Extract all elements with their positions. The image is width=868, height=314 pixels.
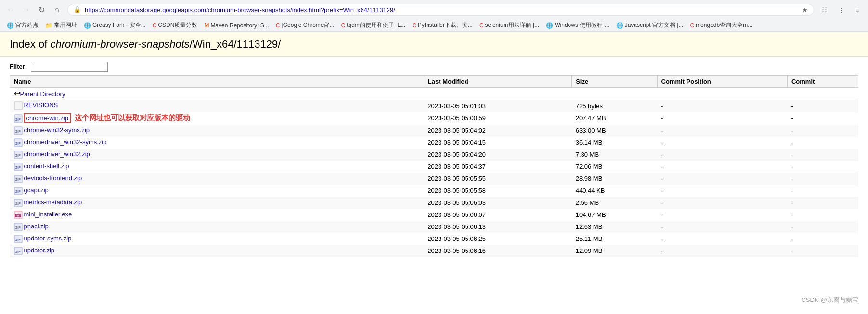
table-row: ZIPchromedriver_win32.zip 2023-03-05 05:… [10,149,858,161]
bookmark-changyong[interactable]: 📁 常用网址 [42,20,80,30]
table-row: ZIPupdater.zip 2023-03-05 05:06:16 12.09… [10,245,858,257]
zip-icon: ZIP [14,151,23,159]
commit-pos-cell: - [657,112,787,125]
file-link[interactable]: updater-syms.zip [24,235,72,242]
bookmark-greasyfork[interactable]: 🌐 Greasy Fork - 安全... [81,20,149,30]
commit-cell: - [787,185,858,197]
modified-cell: 2023-03-05 05:06:25 [424,233,571,245]
svg-text:ZIP: ZIP [15,226,21,229]
bookmark-icon: 🌐 [546,22,553,29]
svg-text:ZIP: ZIP [15,178,21,181]
file-link[interactable]: metrics-metadata.zip [24,199,82,206]
back-button[interactable]: ← [4,3,17,16]
address-bar[interactable]: 🔓 ★ [67,4,814,16]
file-link[interactable]: chrome-win32-syms.zip [24,126,90,134]
table-header-row: Name Last Modified Size Commit Position … [10,76,858,88]
modified-cell [424,88,571,100]
svg-text:ZIP: ZIP [15,190,21,193]
commit-cell: - [787,100,858,112]
address-input[interactable] [85,6,798,13]
file-icon [14,101,23,110]
table-row: ZIPchromedriver_win32-syms.zip 2023-03-0… [10,137,858,149]
bookmark-selenium[interactable]: C selenium用法详解 [... [477,20,542,30]
size-cell: 72.06 MB [572,161,657,173]
name-cell: ZIPupdater-syms.zip [10,233,424,245]
commit-cell: - [787,161,858,173]
file-link[interactable]: chromedriver_win32-syms.zip [24,138,107,146]
filter-label: Filter: [10,63,27,70]
nav-buttons: ← → ↻ ⌂ [4,3,64,16]
file-link[interactable]: chrome-win.zip [24,113,71,123]
name-cell: ZIPchrome-win.zip这个网址也可以获取对应版本的驱动 [10,112,424,125]
bookmark-icon: C [690,22,694,29]
bookmark-tqdm[interactable]: C tqdm的使用和例子_L... [338,20,408,30]
col-commit: Commit [787,76,858,88]
zip-icon: ZIP [14,199,23,207]
file-link[interactable]: pnacl.zip [24,223,49,230]
file-link[interactable]: devtools-frontend.zip [24,175,82,182]
modified-cell: 2023-03-05 05:00:59 [424,112,571,125]
col-size: Size [572,76,657,88]
size-cell [572,88,657,100]
commit-pos-cell: - [657,221,787,233]
commit-pos-cell: - [657,100,787,112]
file-link[interactable]: content-shell.zip [24,163,69,170]
file-link[interactable]: REVISIONS [24,101,58,109]
modified-cell: 2023-03-05 05:05:55 [424,173,571,185]
parent-dir-icon: ↩ [14,89,20,98]
col-commit-pos: Commit Position [657,76,787,88]
file-link[interactable]: updater.zip [24,247,55,254]
parent-dir-link[interactable]: Parent Directory [20,90,65,98]
bookmark-icon: C [479,22,484,29]
modified-cell: 2023-03-05 05:05:58 [424,185,571,197]
size-cell: 440.44 KB [572,185,657,197]
file-link[interactable]: chromedriver_win32.zip [24,151,90,158]
file-link[interactable]: mini_installer.exe [24,211,72,218]
extensions-icon[interactable]: ☷ [818,3,831,16]
size-cell: 7.30 MB [572,149,657,161]
bookmark-label: Windows 使用教程 ... [555,21,609,29]
page-content: Index of chromium-browser-snapshots/Win_… [0,32,868,273]
file-link[interactable]: gcapi.zip [24,187,49,194]
svg-text:ZIP: ZIP [15,250,21,253]
bookmark-label: tqdm的使用和例子_L... [347,21,405,29]
bookmark-maven[interactable]: M Maven Repository: S... [201,21,272,30]
home-button[interactable]: ⌂ [50,3,64,16]
commit-cell: - [787,137,858,149]
zip-icon: ZIP [14,223,23,231]
table-row: ZIPcontent-shell.zip 2023-03-05 05:04:37… [10,161,858,173]
bookmark-pyinstaller[interactable]: C PyInstaller下载、安... [409,20,476,30]
zip-icon: ZIP [14,114,23,123]
commit-pos-cell: - [657,161,787,173]
filter-input[interactable] [31,62,108,72]
table-row: EXEmini_installer.exe 2023-03-05 05:06:0… [10,209,858,221]
bookmark-label: Greasy Fork - 安全... [92,21,146,29]
zip-icon: ZIP [14,187,23,195]
size-cell: 28.98 MB [572,173,657,185]
bookmark-guanfang[interactable]: 🌐 官方站点 [4,20,41,30]
bookmark-javascript[interactable]: 🌐 Javascript 官方文档 |... [613,20,687,30]
file-table: Name Last Modified Size Commit Position … [10,75,858,257]
menu-icon[interactable]: ⋮ [834,3,848,16]
modified-cell: 2023-03-05 05:04:15 [424,137,571,149]
download-icon[interactable]: ⇓ [851,3,864,16]
address-bar-right: ★ [802,6,808,13]
bookmark-icon: 🌐 [7,22,14,29]
bookmark-icon: C [153,22,157,29]
zip-icon: ZIP [14,175,23,183]
commit-cell: - [787,149,858,161]
size-cell: 12.63 MB [572,221,657,233]
zip-icon: ZIP [14,247,23,255]
bookmark-chrome[interactable]: C [Google Chrome官... [273,20,337,30]
star-icon[interactable]: ★ [802,6,808,13]
reload-button[interactable]: ↻ [35,3,48,16]
svg-text:EXE: EXE [15,214,22,217]
bookmark-csdn[interactable]: C CSDN质量分数 [150,20,201,30]
bookmark-windows[interactable]: 🌐 Windows 使用教程 ... [543,20,612,30]
bookmark-label: PyInstaller下载、安... [418,21,473,29]
bookmark-icon: 🌐 [84,22,91,29]
commit-cell: - [787,125,858,137]
forward-button[interactable]: → [19,3,33,16]
bookmark-mongodb[interactable]: C mongodb查询大全m... [687,20,755,30]
svg-text:ZIP: ZIP [15,142,21,145]
